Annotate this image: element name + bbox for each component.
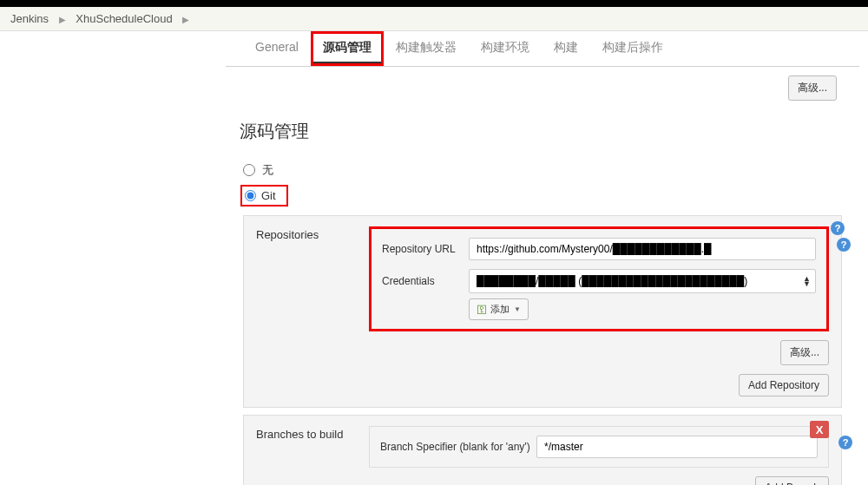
highlight-scm-tab: 源码管理 [311,31,384,66]
section-title-scm: 源码管理 [226,115,859,157]
breadcrumb-project[interactable]: XhuScheduleCloud [76,12,172,25]
advanced-button[interactable]: 高级... [788,75,837,101]
close-icon: X [816,423,824,436]
branch-spec-input[interactable] [536,436,818,458]
add-branch-button[interactable]: Add Branch [755,476,829,485]
delete-branch-button[interactable]: X [810,421,829,438]
radio-none-label: 无 [262,162,273,178]
left-sidebar [0,31,226,485]
add-credential-label: 添加 [490,303,510,316]
highlight-git-radio: Git [240,185,288,206]
main-content: General 源码管理 构建触发器 构建环境 构建 构建后操作 高级... 源… [226,31,868,485]
radio-none[interactable] [243,164,255,176]
tab-env[interactable]: 构建环境 [469,31,542,66]
tab-bar: General 源码管理 构建触发器 构建环境 构建 构建后操作 [226,31,859,67]
repositories-label: Repositories [256,226,369,397]
window-top-bar [0,0,868,7]
add-repository-button[interactable]: Add Repository [739,374,829,397]
breadcrumb: Jenkins ▶ XhuScheduleCloud ▶ [0,7,868,31]
highlight-repo-box: Repository URL ? Credentials ████████/██… [369,226,829,331]
help-icon[interactable]: ? [838,436,852,449]
breadcrumb-sep-icon: ▶ [59,15,66,24]
branch-box: X Branch Specifier (blank for 'any') ? [369,426,829,468]
repo-advanced-button[interactable]: 高级... [780,340,829,365]
repo-url-label: Repository URL [382,243,469,255]
credentials-select[interactable]: ████████/█████ (██████████████████████) [469,269,816,293]
chevron-down-icon: ▼ [514,305,521,313]
radio-git-label: Git [261,189,276,202]
radio-git[interactable] [245,190,256,201]
add-credential-button[interactable]: ⚿ 添加 ▼ [469,298,529,320]
breadcrumb-sep-icon: ▶ [182,15,189,24]
tab-general[interactable]: General [243,31,311,66]
branch-spec-label: Branch Specifier (blank for 'any') [380,441,536,453]
help-icon[interactable]: ? [837,238,851,252]
help-icon[interactable]: ? [831,221,845,235]
tab-scm[interactable]: 源码管理 [313,34,381,63]
credentials-label: Credentials [382,275,469,287]
key-icon: ⚿ [477,304,487,316]
radio-none-row[interactable]: 无 [226,157,859,183]
branches-block: Branches to build X Branch Specifier (bl… [243,415,842,485]
repositories-block: Repositories Repository URL ? Credential… [243,215,842,408]
tab-build[interactable]: 构建 [542,31,590,66]
breadcrumb-jenkins[interactable]: Jenkins [10,12,49,25]
repo-url-input[interactable] [469,238,816,260]
tab-post[interactable]: 构建后操作 [590,31,675,66]
tab-triggers[interactable]: 构建触发器 [384,31,469,66]
branches-label: Branches to build [256,426,369,485]
